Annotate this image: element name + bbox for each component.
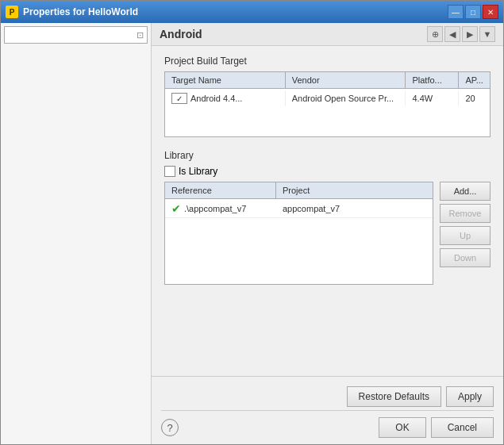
title-controls: — □ ✕ [448,5,498,19]
action-row: Restore Defaults Apply [161,383,494,410]
col-header-vendor: Vendor [286,72,406,88]
title-bar: P Properties for HelloWorld — □ ✕ [1,1,503,23]
remove-button[interactable]: Remove [440,204,491,223]
minimize-button[interactable]: — [448,5,464,19]
help-button[interactable]: ? [161,419,179,436]
nav-pin-button[interactable]: ⊕ [427,26,443,42]
library-buttons: Add... Remove Up Down [440,182,491,285]
lib-col-header-proj: Project [276,182,433,198]
library-label: Library [164,150,491,161]
main-panel: Project Build Target Target Name Vendor … [152,46,503,376]
bottom-bar: Restore Defaults Apply ? OK Cancel [152,376,503,444]
main-header: Android ⊕ ◀ ▶ ▼ [152,23,503,46]
nav-menu-button[interactable]: ▼ [479,26,495,42]
close-button[interactable]: ✕ [483,5,498,19]
vendor-cell: Android Open Source Pr... [286,91,406,105]
library-table-header: Reference Project [165,182,433,199]
down-button[interactable]: Down [440,248,491,267]
main-content: Android ⊕ ◀ ▶ ▼ Project Build Target Tar… [152,23,503,444]
footer-row: ? OK Cancel [161,410,494,438]
cancel-button[interactable]: Cancel [431,417,494,438]
header-controls: ⊕ ◀ ▶ ▼ [427,26,495,42]
lib-proj-cell: appcompat_v7 [276,201,433,216]
search-icon: ⊡ [137,30,144,40]
target-checkbox[interactable] [171,93,187,104]
up-button[interactable]: Up [440,226,491,245]
add-button[interactable]: Add... [440,182,491,201]
build-target-table-header: Target Name Vendor Platfo... AP... [165,72,490,89]
main-header-title: Android [160,28,202,40]
build-target-section: Project Build Target Target Name Vendor … [164,56,491,137]
target-name-cell: Android 4.4... [165,90,286,106]
is-library-checkbox[interactable] [164,166,175,177]
sidebar-search-container: ⊡ [4,26,148,44]
maximize-button[interactable]: □ [465,5,481,19]
window-title: Properties for HelloWorld [23,6,448,17]
ok-button[interactable]: OK [379,417,425,438]
main-window: P Properties for HelloWorld — □ ✕ ⊡ Andr… [0,0,504,445]
col-header-target: Target Name [165,72,286,88]
col-header-api: AP... [459,72,490,88]
library-section: Library Is Library Reference Project [164,150,491,285]
green-check-icon: ✔ [171,202,181,215]
is-library-text: Is Library [179,166,217,177]
build-target-label: Project Build Target [164,56,491,67]
col-header-platform: Platfo... [406,72,459,88]
library-table: Reference Project ✔ .\appcompat_v7 appco… [164,182,433,285]
restore-defaults-button[interactable]: Restore Defaults [347,386,441,407]
sidebar: ⊡ [1,23,152,444]
table-row[interactable]: Android 4.4... Android Open Source Pr...… [165,89,490,108]
list-item[interactable]: ✔ .\appcompat_v7 appcompat_v7 [165,199,433,218]
is-library-row: Is Library [164,166,491,177]
api-cell: 20 [459,91,490,105]
library-content: Reference Project ✔ .\appcompat_v7 appco… [164,182,491,285]
library-table-body: ✔ .\appcompat_v7 appcompat_v7 [165,199,433,278]
build-target-table-body: Android 4.4... Android Open Source Pr...… [165,89,490,136]
nav-back-button[interactable]: ◀ [444,26,460,42]
lib-ref-cell: ✔ .\appcompat_v7 [165,200,276,217]
lib-col-header-ref: Reference [165,182,276,198]
apply-button[interactable]: Apply [446,386,494,407]
platform-cell: 4.4W [406,91,459,105]
window-body: ⊡ Android ⊕ ◀ ▶ ▼ Project Build Target [1,23,503,444]
footer-buttons: OK Cancel [379,417,494,438]
sidebar-search-input[interactable] [8,30,137,40]
nav-forward-button[interactable]: ▶ [462,26,478,42]
build-target-table: Target Name Vendor Platfo... AP... Andro… [164,71,491,137]
window-icon: P [6,6,18,18]
